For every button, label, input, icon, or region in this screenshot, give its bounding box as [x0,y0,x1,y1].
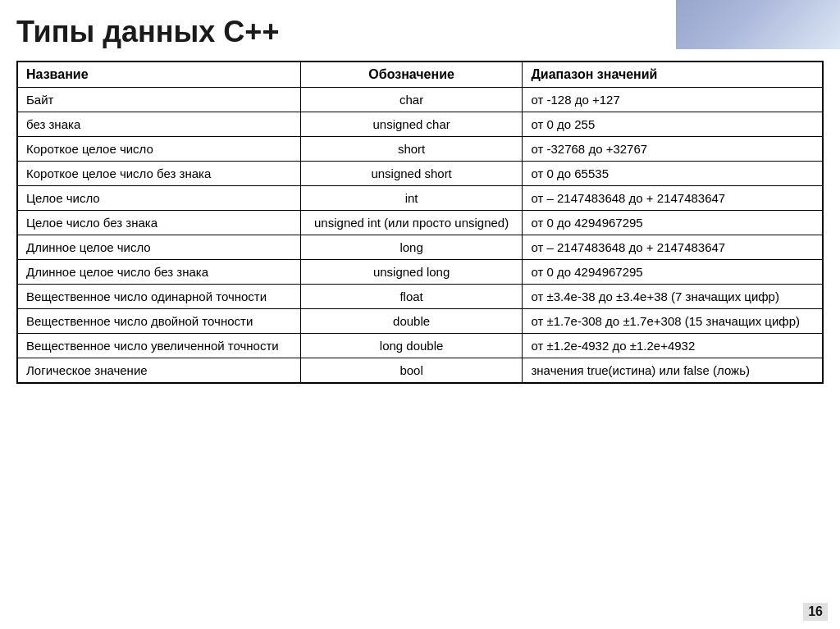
table-row: Логическое значениеboolзначения true(ист… [17,358,823,384]
cell-notation: float [300,285,523,309]
cell-range: от – 2147483648 до + 2147483647 [523,235,823,260]
cell-name: Целое число без знака [17,211,300,235]
cell-range: от ±1.7e-308 до ±1.7e+308 (15 значащих ц… [523,309,823,334]
cell-range: от ±1.2e-4932 до ±1.2e+4932 [523,334,823,358]
cell-notation: short [300,137,523,162]
table-row: Длинное целое числоlongот – 2147483648 д… [17,235,823,260]
table-container: Название Обозначение Диапазон значений Б… [0,61,840,400]
table-row: Целое числоintот – 2147483648 до + 21474… [17,186,823,211]
table-row: Длинное целое число без знакаunsigned lo… [17,260,823,285]
cell-name: Целое число [17,186,300,211]
cell-range: от ±3.4e-38 до ±3.4e+38 (7 значащих цифр… [523,285,823,309]
table-header-row: Название Обозначение Диапазон значений [17,62,823,88]
table-row: без знакаunsigned charот 0 до 255 [17,112,823,137]
cell-range: от 0 до 4294967295 [523,211,823,235]
page-number: 16 [803,603,828,621]
table-row: Вещественное число двойной точностиdoubl… [17,309,823,334]
data-types-table: Название Обозначение Диапазон значений Б… [16,61,824,384]
cell-name: Байт [17,88,300,112]
table-row: Короткое целое числоshortот -32768 до +3… [17,137,823,162]
cell-notation: unsigned long [300,260,523,285]
cell-notation: unsigned short [300,162,523,186]
col-header-notation: Обозначение [300,62,523,88]
cell-name: Короткое целое число без знака [17,162,300,186]
cell-name: Длинное целое число [17,235,300,260]
cell-notation: long [300,235,523,260]
cell-name: Вещественное число двойной точности [17,309,300,334]
cell-name: Короткое целое число [17,137,300,162]
cell-notation: bool [300,358,523,384]
cell-name: без знака [17,112,300,137]
cell-name: Длинное целое число без знака [17,260,300,285]
cell-range: от 0 до 255 [523,112,823,137]
page-title: Типы данных C++ [0,0,840,61]
cell-notation: unsigned char [300,112,523,137]
table-row: Вещественное число увеличенной точностиl… [17,334,823,358]
cell-notation: char [300,88,523,112]
cell-range: от -128 до +127 [523,88,823,112]
cell-name: Логическое значение [17,358,300,384]
table-row: Вещественное число одинарной точностиflo… [17,285,823,309]
table-row: Целое число без знакаunsigned int (или п… [17,211,823,235]
cell-range: от 0 до 4294967295 [523,260,823,285]
cell-name: Вещественное число одинарной точности [17,285,300,309]
cell-notation: long double [300,334,523,358]
cell-notation: unsigned int (или просто unsigned) [300,211,523,235]
cell-range: от -32768 до +32767 [523,137,823,162]
cell-range: значения true(истина) или false (ложь) [523,358,823,384]
cell-range: от 0 до 65535 [523,162,823,186]
table-row: Байтcharот -128 до +127 [17,88,823,112]
cell-name: Вещественное число увеличенной точности [17,334,300,358]
table-row: Короткое целое число без знакаunsigned s… [17,162,823,186]
cell-notation: double [300,309,523,334]
cell-range: от – 2147483648 до + 2147483647 [523,186,823,211]
col-header-name: Название [17,62,300,88]
col-header-range: Диапазон значений [523,62,823,88]
cell-notation: int [300,186,523,211]
